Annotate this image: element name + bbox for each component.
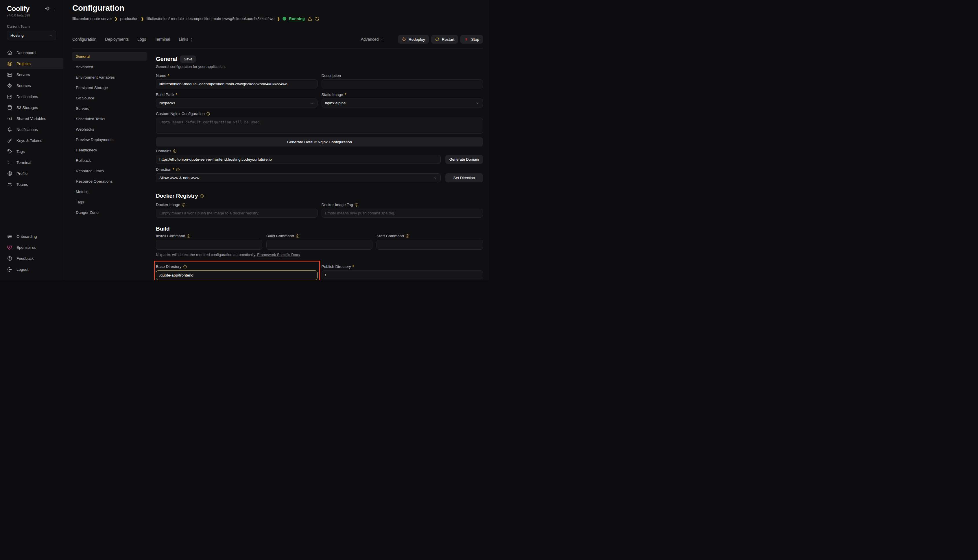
generate-domain-button[interactable]: Generate Domain [445, 155, 483, 164]
info-icon[interactable] [405, 234, 410, 238]
subnav-preview-deployments[interactable]: Preview Deployments [72, 135, 147, 144]
subnav-git-source[interactable]: Git Source [72, 93, 147, 102]
subnav-general[interactable]: General [72, 52, 147, 61]
publish-directory-input[interactable] [321, 270, 483, 279]
stop-button[interactable]: Stop [460, 35, 483, 43]
sidebar-item-destinations[interactable]: Destinations [0, 91, 63, 102]
info-icon[interactable] [200, 194, 204, 198]
sidebar: Coolify v4.0.0-beta.399 Current Team Hos… [0, 0, 64, 280]
sidebar-item-terminal[interactable]: Terminal [0, 157, 63, 168]
logout-icon [7, 267, 12, 272]
subnav-tags[interactable]: Tags [72, 198, 147, 206]
breadcrumb-project[interactable]: illicitonion quote server [72, 17, 112, 21]
description-input[interactable] [321, 80, 483, 88]
sidebar-item-sponsor-us[interactable]: Sponsor us [0, 242, 63, 253]
sidebar-item-logout[interactable]: Logout [0, 264, 63, 275]
heart-hands-icon [7, 245, 12, 250]
breadcrumb-environment[interactable]: production [120, 17, 138, 21]
info-icon[interactable] [354, 203, 359, 207]
breadcrumb-application[interactable]: illicitestonion/-module--decomposition:m… [147, 17, 275, 21]
sidebar-item-keys-tokens[interactable]: Keys & Tokens [0, 135, 63, 146]
subnav-healthcheck[interactable]: Healthcheck [72, 146, 147, 154]
theme-sun-icon[interactable] [45, 6, 50, 11]
subnav-persistent-storage[interactable]: Persistent Storage [72, 83, 147, 92]
subnav-advanced[interactable]: Advanced [72, 62, 147, 71]
docker-registry-heading: Docker Registry [156, 193, 198, 199]
base-directory-input[interactable] [156, 270, 318, 280]
subnav-danger-zone[interactable]: Danger Zone [72, 208, 147, 217]
info-icon[interactable] [173, 149, 177, 153]
install-command-input[interactable] [156, 240, 262, 250]
theme-chevrons-icon[interactable] [52, 7, 56, 10]
redeploy-button[interactable]: Redeploy [398, 35, 429, 43]
sidebar-item-profile[interactable]: Profile [0, 168, 63, 179]
settings-subnav: General Advanced Environment Variables P… [72, 52, 147, 280]
sidebar-item-projects[interactable]: Projects [0, 58, 63, 69]
warning-icon[interactable] [308, 16, 312, 21]
domains-input[interactable] [156, 155, 441, 164]
sidebar-item-feedback[interactable]: Feedback [0, 253, 63, 264]
team-select-value: Hosting [10, 33, 24, 38]
info-icon[interactable] [296, 234, 299, 238]
info-icon[interactable] [176, 168, 180, 172]
sidebar-item-shared-variables[interactable]: Shared Variables [0, 113, 63, 124]
static-image-label: Static Image [321, 92, 343, 97]
info-icon[interactable] [187, 234, 191, 238]
refresh-status-icon[interactable] [315, 17, 319, 21]
tab-bar: Configuration Deployments Logs Terminal … [72, 37, 194, 42]
subnav-webhooks[interactable]: Webhooks [72, 125, 147, 133]
nginx-config-textarea[interactable] [156, 118, 483, 134]
info-icon[interactable] [183, 265, 187, 269]
build-command-input[interactable] [266, 240, 373, 250]
name-input[interactable] [156, 80, 318, 88]
chevron-down-icon [48, 33, 53, 38]
variables-icon [7, 116, 12, 122]
sidebar-item-notifications[interactable]: Notifications [0, 124, 63, 135]
sidebar-item-sources[interactable]: Sources [0, 80, 63, 91]
team-select[interactable]: Hosting [7, 31, 56, 40]
tag-icon [7, 149, 12, 154]
docker-image-input[interactable] [156, 208, 318, 218]
framework-docs-link[interactable]: Framework Specific Docs [257, 253, 299, 257]
key-icon [7, 138, 12, 143]
sidebar-item-onboarding[interactable]: Onboarding [0, 231, 63, 242]
start-command-input[interactable] [376, 240, 483, 250]
subnav-rollback[interactable]: Rollback [72, 156, 147, 165]
advanced-dropdown[interactable]: Advanced [361, 37, 384, 42]
app-version: v4.0.0-beta.399 [0, 13, 63, 17]
coolify-app: Coolify v4.0.0-beta.399 Current Team Hos… [0, 0, 489, 280]
sidebar-item-tags[interactable]: Tags [0, 146, 63, 157]
static-image-select[interactable]: nginx:alpine [321, 98, 483, 107]
sidebar-item-teams[interactable]: Teams [0, 179, 63, 190]
sidebar-item-dashboard[interactable]: Dashboard [0, 47, 63, 58]
direction-label: Direction [156, 167, 171, 172]
subnav-scheduled-tasks[interactable]: Scheduled Tasks [72, 115, 147, 123]
subnav-resource-operations[interactable]: Resource Operations [72, 177, 147, 185]
info-icon[interactable] [206, 112, 210, 116]
subnav-environment-variables[interactable]: Environment Variables [72, 73, 147, 82]
subnav-metrics[interactable]: Metrics [72, 187, 147, 196]
restart-button[interactable]: Restart [431, 35, 458, 43]
tab-logs[interactable]: Logs [137, 37, 146, 42]
subnav-resource-limits[interactable]: Resource Limits [72, 167, 147, 175]
tab-links[interactable]: Links [179, 37, 194, 42]
save-button[interactable]: Save [180, 55, 196, 63]
sidebar-item-s3-storages[interactable]: S3 Storages [0, 102, 63, 113]
required-asterisk: * [345, 92, 346, 97]
status-badge[interactable]: Running [289, 17, 305, 21]
build-command-label: Build Command [266, 234, 294, 238]
name-label: Name [156, 73, 166, 78]
chevrons-updown-icon [190, 38, 194, 41]
chevron-right-icon: ❯ [277, 17, 280, 21]
build-pack-select[interactable]: Nixpacks [156, 98, 318, 107]
docker-image-tag-input[interactable] [321, 208, 483, 218]
sidebar-item-servers[interactable]: Servers [0, 69, 63, 80]
set-direction-button[interactable]: Set Direction [445, 173, 483, 182]
tab-configuration[interactable]: Configuration [72, 37, 96, 42]
generate-nginx-button[interactable]: Generate Default Nginx Configuration [156, 137, 483, 147]
subnav-servers[interactable]: Servers [72, 104, 147, 113]
tab-terminal[interactable]: Terminal [155, 37, 170, 42]
direction-select[interactable]: Allow www & non-www. [156, 173, 441, 182]
tab-deployments[interactable]: Deployments [105, 37, 129, 42]
info-icon[interactable] [182, 203, 186, 207]
